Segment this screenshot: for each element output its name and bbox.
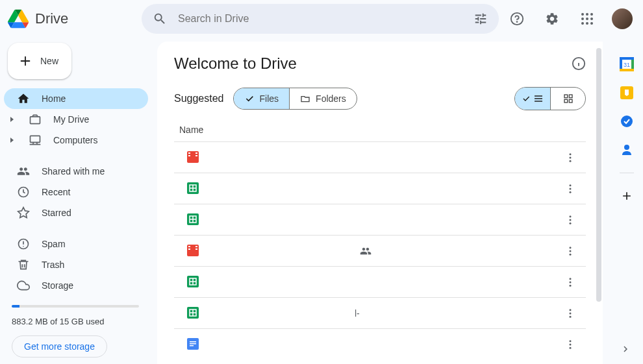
svg-point-61: [570, 343, 572, 345]
get-storage-button[interactable]: Get more storage: [12, 335, 107, 358]
nav-shared[interactable]: Shared with me: [4, 161, 148, 182]
list-icon: [533, 93, 544, 104]
svg-point-36: [570, 219, 572, 221]
expand-triangle-icon[interactable]: [6, 135, 17, 145]
home-icon: [17, 92, 30, 105]
svg-point-54: [570, 312, 572, 314]
file-row[interactable]: [174, 173, 586, 204]
more-actions-button[interactable]: [560, 147, 581, 168]
more-actions-button[interactable]: [560, 272, 581, 293]
nav-label: Storage: [42, 280, 73, 291]
nav-home[interactable]: Home: [4, 88, 148, 109]
search-icon[interactable]: [147, 6, 173, 32]
svg-point-53: [570, 309, 572, 311]
file-row[interactable]: [174, 235, 586, 266]
logo-area[interactable]: Drive: [8, 8, 136, 29]
scrollbar[interactable]: [596, 48, 601, 358]
storage-text: 883.2 MB of 15 GB used: [12, 317, 139, 326]
header: Drive: [0, 0, 643, 38]
svg-point-10: [590, 22, 593, 25]
new-button-label: New: [40, 56, 58, 66]
help-icon[interactable]: [504, 6, 530, 32]
svg-point-49: [570, 281, 572, 283]
tasks-app-icon[interactable]: [620, 114, 634, 128]
svg-point-32: [570, 191, 572, 193]
keep-app-icon[interactable]: [620, 86, 634, 100]
grid-view-button[interactable]: [550, 88, 585, 110]
svg-point-31: [570, 188, 572, 189]
svg-rect-57: [190, 341, 196, 343]
nav-my-drive[interactable]: My Drive: [4, 109, 148, 130]
svg-rect-16: [564, 95, 568, 98]
svg-point-37: [570, 222, 572, 224]
nav-starred[interactable]: Starred: [4, 202, 148, 223]
info-icon[interactable]: [572, 56, 586, 71]
more-actions-button[interactable]: [560, 210, 581, 230]
nav-label: Spam: [42, 239, 66, 249]
search-bar[interactable]: [142, 4, 499, 34]
svg-point-50: [570, 284, 572, 286]
svg-point-1: [517, 21, 518, 22]
more-actions-button[interactable]: [560, 241, 581, 261]
more-actions-button[interactable]: [560, 178, 581, 199]
search-input[interactable]: [173, 13, 468, 25]
nav-trash[interactable]: Trash: [4, 254, 148, 275]
spam-icon: [17, 237, 30, 250]
nav-label: Home: [42, 93, 66, 104]
add-addon-button[interactable]: [620, 189, 634, 203]
trash-icon: [17, 258, 30, 271]
video-file-icon: [187, 245, 200, 258]
starred-icon: [17, 206, 30, 219]
contacts-app-icon[interactable]: [620, 143, 634, 157]
video-file-icon: [187, 151, 200, 164]
more-actions-button[interactable]: [560, 334, 581, 355]
svg-rect-70: [620, 57, 634, 60]
svg-point-48: [570, 278, 572, 280]
nav-storage[interactable]: Storage: [4, 275, 148, 296]
folders-label: Folders: [316, 93, 346, 104]
view-toggle: [514, 87, 586, 110]
svg-rect-41: [195, 246, 197, 247]
svg-text:31: 31: [624, 62, 630, 68]
files-filter-button[interactable]: Files: [234, 88, 290, 109]
expand-triangle-icon[interactable]: [6, 114, 17, 125]
nav-recent[interactable]: Recent: [4, 182, 148, 202]
list-view-button[interactable]: [515, 88, 550, 110]
name-column-header[interactable]: Name: [174, 119, 586, 141]
file-row[interactable]: [174, 141, 586, 173]
svg-point-44: [570, 250, 572, 252]
suggested-label: Suggested: [174, 93, 224, 104]
svg-point-5: [581, 18, 584, 20]
file-row[interactable]: [174, 328, 586, 359]
nav-label: Computers: [53, 135, 97, 145]
svg-rect-24: [195, 155, 197, 156]
grid-icon: [563, 93, 574, 104]
nav-spam[interactable]: Spam: [4, 234, 148, 254]
advanced-search-icon[interactable]: [468, 6, 494, 32]
collapse-panel-icon[interactable]: [620, 343, 631, 355]
new-button[interactable]: New: [8, 43, 71, 79]
shared-icon: [360, 245, 372, 257]
page-title: Welcome to Drive: [174, 55, 297, 73]
svg-point-43: [570, 247, 572, 249]
account-avatar[interactable]: [612, 8, 633, 29]
check-icon: [522, 94, 531, 103]
file-row[interactable]: [174, 204, 586, 235]
apps-icon[interactable]: [574, 6, 600, 32]
nav-label: Recent: [42, 187, 70, 197]
nav-computers[interactable]: Computers: [4, 130, 148, 151]
calendar-app-icon[interactable]: 3131: [620, 57, 634, 71]
filter-segment: Files Folders: [233, 88, 357, 110]
file-row[interactable]: [174, 266, 586, 297]
nav-label: My Drive: [53, 114, 89, 125]
svg-rect-11: [31, 117, 40, 124]
sheet-file-icon: [187, 276, 200, 289]
storage-icon: [17, 279, 30, 292]
svg-point-9: [586, 22, 588, 25]
more-actions-button[interactable]: [560, 303, 581, 324]
folders-filter-button[interactable]: Folders: [289, 88, 357, 109]
file-row[interactable]: l-: [174, 297, 586, 328]
svg-rect-42: [195, 249, 197, 250]
settings-icon[interactable]: [539, 6, 565, 32]
svg-point-2: [581, 13, 584, 16]
